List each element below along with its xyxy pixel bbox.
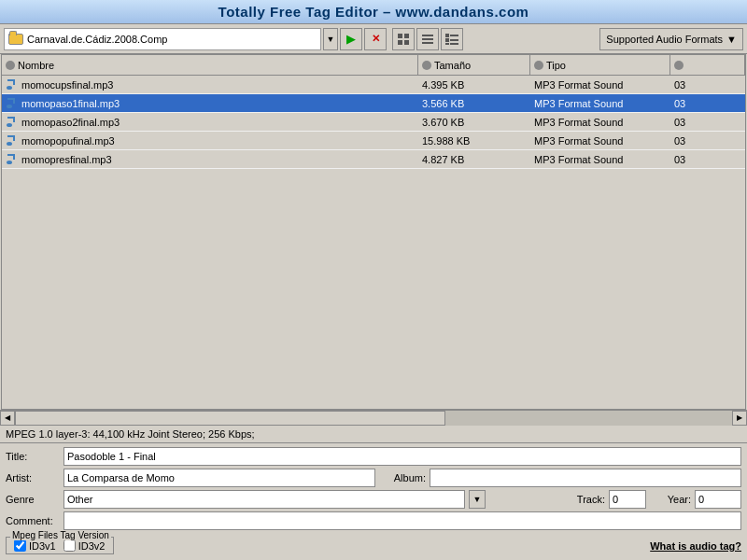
hscroll-area: ◀ ▶: [0, 410, 747, 425]
table-row[interactable]: momopaso1final.mp33.566 KBMP3 Format Sou…: [2, 94, 745, 113]
view-btn-2[interactable]: [416, 28, 439, 50]
genre-dropdown-arrow[interactable]: ▼: [469, 490, 486, 509]
mpeg-legend: Mpeg Files Tag Version: [10, 530, 111, 540]
hscroll-right-button[interactable]: ▶: [732, 411, 747, 426]
view-btn-3[interactable]: [441, 28, 463, 50]
file-name: momopopufinal.mp3: [21, 135, 115, 147]
close-button[interactable]: ✕: [364, 28, 387, 50]
svg-rect-23: [13, 135, 15, 141]
comment-label: Comment:: [6, 515, 60, 526]
table-row[interactable]: momopopufinal.mp315.988 KBMP3 Format Sou…: [2, 132, 745, 150]
title-input[interactable]: [63, 447, 741, 466]
hscroll-thumb[interactable]: [15, 411, 445, 426]
track-label: Track:: [540, 494, 605, 505]
svg-rect-20: [13, 117, 15, 122]
refresh-button[interactable]: ▶: [340, 28, 362, 50]
file-list-body[interactable]: momocupsfinal.mp34.395 KBMP3 Format Soun…: [2, 76, 745, 409]
file-type-cell: MP3 Format Sound: [530, 154, 670, 165]
track-input[interactable]: [609, 490, 646, 509]
mpeg-section: Mpeg Files Tag Version ID3v1 ID3v2 What …: [0, 535, 747, 556]
year-label: Year:: [650, 494, 691, 505]
music-note-icon: [6, 153, 19, 166]
svg-rect-0: [398, 34, 402, 38]
path-dropdown-arrow[interactable]: ▼: [323, 28, 338, 50]
col-icon-extra: [674, 61, 684, 70]
file-size-cell: 4.827 KB: [418, 154, 530, 165]
file-area: Nombre Tamaño Tipo momocupsfinal.mp34.39…: [1, 54, 746, 410]
comment-input[interactable]: [63, 511, 741, 530]
col-icon-tipo: [534, 61, 543, 70]
svg-rect-12: [450, 43, 458, 45]
main-area: Nombre Tamaño Tipo momocupsfinal.mp34.39…: [0, 54, 747, 556]
title-label: Title:: [6, 451, 60, 462]
file-name-cell: momopaso2final.mp3: [2, 116, 418, 129]
id3v1-label: ID3v1: [29, 540, 56, 552]
file-type-cell: MP3 Format Sound: [530, 79, 670, 91]
id3v2-checkbox[interactable]: [63, 539, 76, 552]
hscroll-track[interactable]: [15, 411, 732, 426]
table-row[interactable]: momopresfinal.mp34.827 KBMP3 Format Soun…: [2, 150, 745, 169]
genre-track-row: Genre ▼ Track: Year:: [6, 490, 741, 509]
svg-rect-9: [445, 38, 449, 42]
file-type-cell: MP3 Format Sound: [530, 135, 670, 147]
id3v2-label: ID3v2: [78, 540, 106, 552]
file-type-cell: MP3 Format Sound: [530, 98, 670, 109]
svg-rect-14: [13, 79, 15, 85]
folder-icon: [8, 34, 23, 45]
col-nombre[interactable]: Nombre: [2, 55, 418, 75]
status-text: MPEG 1.0 layer-3: 44,100 kHz Joint Stere…: [6, 428, 255, 440]
svg-rect-5: [422, 38, 433, 40]
svg-rect-7: [445, 34, 449, 37]
table-row[interactable]: momopaso2final.mp33.670 KBMP3 Format Sou…: [2, 113, 745, 132]
status-bar: MPEG 1.0 layer-3: 44,100 kHz Joint Stere…: [0, 425, 747, 443]
path-text: Carnaval.de.Cádiz.2008.Comp: [27, 34, 167, 45]
svg-rect-4: [422, 35, 433, 36]
svg-point-24: [7, 142, 12, 146]
view-btn-1[interactable]: [392, 28, 415, 50]
file-name: momopaso2final.mp3: [21, 117, 120, 128]
artist-input[interactable]: [63, 469, 375, 487]
genre-input[interactable]: [63, 490, 465, 509]
formats-arrow: ▼: [726, 34, 737, 45]
table-row[interactable]: momocupsfinal.mp34.395 KBMP3 Format Soun…: [2, 76, 745, 94]
album-input[interactable]: [430, 469, 741, 487]
artist-album-row: Artist: Album:: [6, 469, 741, 487]
svg-rect-2: [398, 40, 402, 45]
svg-rect-3: [404, 40, 409, 45]
svg-point-15: [7, 86, 12, 90]
what-audio-link[interactable]: What is audio tag?: [650, 540, 741, 552]
file-extra-cell: 03: [670, 117, 745, 128]
svg-point-27: [7, 161, 12, 164]
svg-rect-17: [13, 98, 15, 104]
file-name-cell: momocupsfinal.mp3: [2, 78, 418, 91]
hscroll-left-button[interactable]: ◀: [0, 411, 15, 426]
year-input[interactable]: [695, 490, 741, 509]
col-tamano[interactable]: Tamaño: [418, 55, 530, 75]
file-name: momopresfinal.mp3: [21, 154, 112, 165]
file-extra-cell: 03: [670, 154, 745, 165]
album-label: Album:: [379, 472, 426, 483]
id3v1-checkbox-item: ID3v1: [14, 539, 56, 552]
file-name-cell: momopopufinal.mp3: [2, 134, 418, 147]
file-name: momocupsfinal.mp3: [21, 79, 113, 91]
svg-rect-11: [445, 43, 449, 45]
mpeg-group: Mpeg Files Tag Version ID3v1 ID3v2: [6, 537, 114, 554]
file-extra-cell: 03: [670, 79, 745, 91]
comment-row: Comment:: [6, 511, 741, 530]
supported-formats-label: Supported Audio Formats: [606, 34, 723, 45]
file-size-cell: 15.988 KB: [418, 135, 530, 147]
supported-formats-button[interactable]: Supported Audio Formats ▼: [599, 28, 743, 50]
col-tipo[interactable]: Tipo: [530, 55, 670, 75]
col-icon-tamano: [422, 61, 431, 70]
artist-label: Artist:: [6, 472, 60, 483]
file-list-header: Nombre Tamaño Tipo: [2, 55, 745, 76]
file-name: momopaso1final.mp3: [21, 98, 120, 109]
svg-rect-6: [422, 42, 433, 44]
genre-label: Genre: [6, 494, 60, 505]
title-bar: Totally Free Tag Editor – www.dandans.co…: [0, 0, 747, 24]
path-box[interactable]: Carnaval.de.Cádiz.2008.Comp: [4, 28, 321, 50]
file-name-cell: momopaso1final.mp3: [2, 97, 418, 110]
col-extra[interactable]: [670, 55, 745, 75]
file-name-cell: momopresfinal.mp3: [2, 153, 418, 166]
id3v1-checkbox[interactable]: [14, 539, 26, 552]
